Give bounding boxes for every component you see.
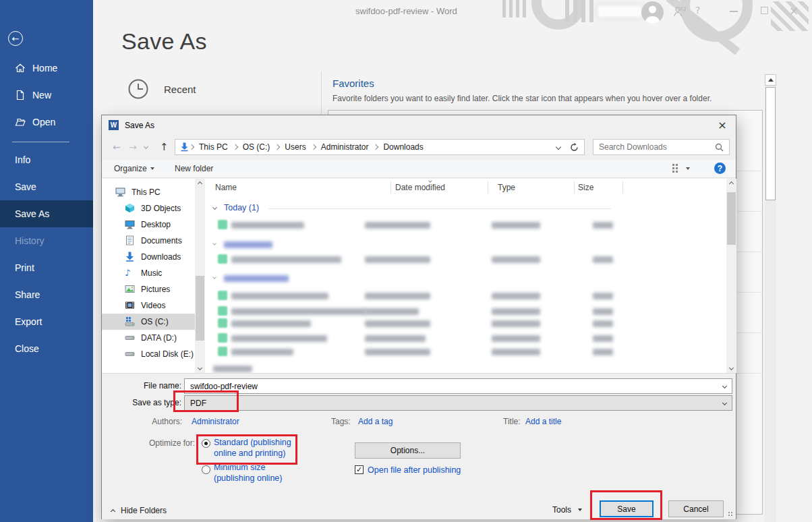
file-row-redacted[interactable] — [206, 318, 638, 329]
sidebar-item-print[interactable]: Print — [0, 254, 93, 281]
radio-minimum-label[interactable]: Minimum size (publishing online) — [214, 462, 282, 484]
recent-label[interactable]: Recent — [164, 84, 196, 95]
scrollbar-up-arrow[interactable] — [765, 74, 776, 86]
authors-value-link[interactable]: Administrator — [192, 417, 239, 426]
group-header-redacted[interactable] — [206, 239, 638, 250]
column-header-type[interactable]: Type — [498, 183, 515, 192]
nav-forward-icon[interactable]: → — [129, 142, 137, 152]
search-box[interactable] — [593, 139, 730, 155]
list-divider — [737, 373, 763, 374]
nav-back-icon[interactable]: ← — [113, 142, 121, 152]
cancel-button[interactable]: Cancel — [668, 500, 724, 517]
column-header-name[interactable]: Name — [215, 183, 237, 192]
breadcrumb-administrator[interactable]: Administrator — [316, 142, 374, 152]
column-header-size[interactable]: Size — [578, 183, 593, 192]
radio-minimum-size[interactable] — [202, 465, 210, 474]
organize-button[interactable]: Organize — [114, 164, 154, 173]
account-avatar[interactable] — [641, 1, 664, 24]
address-dropdown-icon[interactable] — [556, 144, 561, 150]
add-tag-link[interactable]: Add a tag — [358, 417, 393, 426]
file-row-redacted[interactable] — [206, 364, 638, 373]
save-type-combobox[interactable]: PDF — [184, 395, 732, 411]
sidebar-item-new[interactable]: New — [0, 82, 93, 109]
tree-item-pictures[interactable]: Pictures — [102, 281, 195, 297]
resize-grip[interactable] — [728, 512, 734, 517]
group-label: Today (1) — [224, 203, 259, 212]
sidebar-item-home[interactable]: Home — [0, 55, 93, 82]
back-button[interactable]: ← — [8, 31, 23, 46]
file-row-redacted[interactable] — [206, 347, 638, 357]
tree-item-3d-objects[interactable]: 3D Objects — [102, 200, 195, 216]
sidebar-item-info[interactable]: Info — [0, 146, 93, 173]
open-after-label[interactable]: Open file after publishing — [368, 465, 461, 475]
sidebar-item-open[interactable]: Open — [0, 109, 93, 136]
help-icon[interactable]: ? — [695, 5, 700, 16]
column-header-date-modified[interactable]: Date modified — [395, 183, 445, 192]
sidebar-item-share[interactable]: Share — [0, 281, 93, 308]
scroll-down-icon[interactable] — [729, 366, 734, 370]
sidebar-item-history[interactable]: History — [0, 227, 93, 254]
list-scrollbar[interactable] — [726, 179, 736, 373]
dialog-close-icon[interactable]: × — [712, 115, 733, 134]
hide-folders-button[interactable]: Hide Folders — [121, 506, 167, 515]
tools-button[interactable]: Tools — [552, 505, 582, 515]
address-bar[interactable]: This PC OS (C:) Users Administrator Down… — [175, 139, 585, 155]
list-scrollbar-thumb[interactable] — [727, 192, 736, 245]
minimize-icon[interactable] — [730, 11, 738, 12]
tree-item-videos[interactable]: Videos — [102, 297, 195, 314]
new-folder-button[interactable]: New folder — [175, 164, 213, 173]
nav-history-chevron-icon[interactable] — [144, 144, 148, 149]
sidebar-item-export[interactable]: Export — [0, 308, 93, 335]
add-title-link[interactable]: Add a title — [525, 417, 561, 426]
tree-item-this-pc[interactable]: This PC — [102, 184, 195, 200]
file-row-redacted[interactable] — [206, 220, 638, 231]
sidebar-item-save[interactable]: Save — [0, 173, 93, 200]
file-row-redacted[interactable] — [206, 333, 638, 344]
breadcrumb-downloads[interactable]: Downloads — [378, 142, 428, 152]
breadcrumb-users[interactable]: Users — [280, 142, 310, 152]
scroll-up-icon[interactable] — [198, 181, 202, 186]
tree-scrollbar-thumb[interactable] — [196, 276, 204, 341]
save-button[interactable]: Save — [600, 500, 654, 517]
nav-up-icon[interactable]: ↑ — [160, 141, 169, 153]
tree-item-documents[interactable]: Documents — [102, 233, 195, 249]
radio-standard-label[interactable]: Standard (publishing online and printing… — [214, 437, 291, 459]
breadcrumb-separator-icon — [189, 144, 194, 150]
search-input[interactable] — [593, 142, 715, 152]
maximize-icon[interactable] — [761, 7, 768, 14]
tree-item-downloads[interactable]: Downloads — [102, 249, 195, 265]
breadcrumb-this-pc[interactable]: This PC — [194, 142, 233, 152]
tree-item-desktop[interactable]: Desktop — [102, 216, 195, 233]
close-window-icon[interactable]: × — [789, 4, 799, 18]
group-header-redacted[interactable] — [206, 273, 638, 284]
file-row-redacted[interactable] — [206, 291, 638, 301]
dialog-title-bar[interactable]: W Save As × — [102, 115, 736, 135]
sidebar-item-close[interactable]: Close — [0, 335, 93, 362]
group-header-today[interactable]: Today (1) — [206, 203, 719, 214]
options-button[interactable]: Options... — [355, 442, 461, 459]
scroll-up-icon[interactable] — [729, 181, 734, 186]
sidebar-item-save-as[interactable]: Save As — [0, 200, 93, 227]
scrollbar-thumb[interactable] — [765, 87, 776, 200]
refresh-icon[interactable] — [570, 143, 579, 152]
tree-scrollbar[interactable] — [195, 179, 205, 373]
file-row-redacted[interactable] — [206, 306, 638, 317]
file-row-redacted[interactable] — [206, 254, 638, 265]
share-icon[interactable] — [673, 5, 687, 18]
minimum-line1: Minimum size — [214, 462, 282, 473]
file-icon — [218, 318, 227, 328]
tree-item-local-disk-e[interactable]: Local Disk (E:) — [102, 346, 195, 362]
screen: swifdoo-pdf-review - Word ? × Save As Re… — [0, 0, 812, 522]
tree-item-data-d[interactable]: DATA (D:) — [102, 330, 195, 346]
open-after-checkbox[interactable]: ✓ — [355, 465, 364, 474]
breadcrumb-os-c[interactable]: OS (C:) — [238, 142, 275, 152]
tree-item-music[interactable]: ♪ Music — [102, 265, 195, 281]
help-icon[interactable]: ? — [714, 163, 726, 174]
tree-item-os-c[interactable]: OS (C:) — [102, 314, 195, 330]
radio-standard[interactable] — [202, 439, 210, 448]
view-options-button[interactable] — [672, 164, 690, 173]
scroll-down-icon[interactable] — [198, 366, 202, 370]
group-collapse-icon[interactable] — [212, 205, 217, 210]
file-name-combobox[interactable]: swifdoo-pdf-review — [184, 378, 732, 394]
redacted-account-name — [598, 5, 642, 18]
